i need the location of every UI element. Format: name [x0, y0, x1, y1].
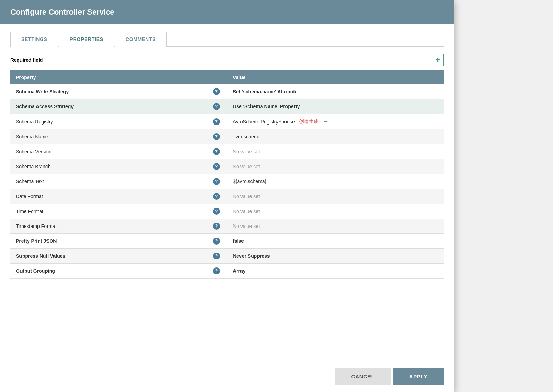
action-schema-version — [423, 144, 444, 159]
table-row[interactable]: Pretty Print JSON?false — [10, 234, 444, 249]
chinese-label: 创建生成 — [299, 119, 318, 125]
prop-name-schema-text: Schema Text — [10, 174, 206, 189]
action-schema-name — [423, 129, 444, 144]
action-schema-registry — [423, 114, 444, 129]
table-row[interactable]: Schema Access Strategy?Use 'Schema Name'… — [10, 99, 444, 114]
action-date-format — [423, 189, 444, 204]
help-schema-write-strategy: ? — [206, 84, 228, 99]
table-row[interactable]: Schema Registry?AvroSchemaRegistryYhouse… — [10, 114, 444, 129]
help-schema-text: ? — [206, 174, 228, 189]
properties-table: Property Value Schema Write Strategy?Set… — [10, 70, 444, 279]
table-row[interactable]: Date Format?No value set — [10, 189, 444, 204]
help-schema-registry: ? — [206, 114, 228, 129]
table-body: Schema Write Strategy?Set 'schema.name' … — [10, 84, 444, 279]
table-row[interactable]: Schema Write Strategy?Set 'schema.name' … — [10, 84, 444, 99]
dialog-body: SETTINGS PROPERTIES COMMENTS Required fi… — [0, 24, 454, 361]
prop-name-schema-access-strategy: Schema Access Strategy — [10, 99, 206, 114]
help-icon[interactable]: ? — [213, 88, 220, 95]
help-icon[interactable]: ? — [213, 103, 220, 110]
help-icon[interactable]: ? — [213, 208, 220, 215]
help-icon[interactable]: ? — [213, 178, 220, 185]
help-output-grouping: ? — [206, 264, 228, 279]
help-schema-branch: ? — [206, 159, 228, 174]
col-header-action — [423, 70, 444, 84]
help-suppress-null-values: ? — [206, 249, 228, 264]
action-pretty-print-json — [423, 234, 444, 249]
prop-name-schema-version: Schema Version — [10, 144, 206, 159]
table-row[interactable]: Timestamp Format?No value set — [10, 219, 444, 234]
cancel-button[interactable]: CANCEL — [335, 368, 391, 385]
help-date-format: ? — [206, 189, 228, 204]
help-icon[interactable]: ? — [213, 133, 220, 140]
prop-name-schema-registry: Schema Registry — [10, 114, 206, 129]
prop-value-schema-name[interactable]: avro.schema — [227, 129, 423, 144]
prop-name-pretty-print-json: Pretty Print JSON — [10, 234, 206, 249]
col-header-property: Property — [10, 70, 206, 84]
help-schema-access-strategy: ? — [206, 99, 228, 114]
prop-value-schema-write-strategy[interactable]: Set 'schema.name' Attribute — [227, 84, 423, 99]
table-row[interactable]: Schema Branch?No value set — [10, 159, 444, 174]
prop-value-suppress-null-values[interactable]: Never Suppress — [227, 249, 423, 264]
col-header-help — [206, 70, 228, 84]
help-icon[interactable]: ? — [213, 223, 220, 230]
prop-name-output-grouping: Output Grouping — [10, 264, 206, 279]
required-field-label: Required field — [10, 57, 43, 63]
prop-value-schema-text[interactable]: ${avro.schema} — [227, 174, 423, 189]
help-icon[interactable]: ? — [213, 163, 220, 170]
prop-name-schema-write-strategy: Schema Write Strategy — [10, 84, 206, 99]
help-icon[interactable]: ? — [213, 118, 220, 125]
add-property-button[interactable]: + — [432, 54, 444, 66]
help-icon[interactable]: ? — [213, 148, 220, 155]
tab-properties[interactable]: PROPERTIES — [59, 32, 114, 47]
table-row[interactable]: Output Grouping?Array — [10, 264, 444, 279]
help-icon[interactable]: ? — [213, 253, 220, 259]
prop-value-schema-registry[interactable]: AvroSchemaRegistryYhouse创建生成→ — [227, 114, 423, 129]
tab-bar: SETTINGS PROPERTIES COMMENTS — [10, 31, 444, 47]
action-schema-text — [423, 174, 444, 189]
action-timestamp-format — [423, 219, 444, 234]
prop-value-schema-access-strategy[interactable]: Use 'Schema Name' Property — [227, 99, 423, 114]
arrow-icon[interactable]: → — [323, 118, 329, 125]
tab-settings[interactable]: SETTINGS — [10, 32, 58, 47]
prop-name-time-format: Time Format — [10, 204, 206, 219]
prop-value-schema-branch[interactable]: No value set — [227, 159, 423, 174]
help-icon[interactable]: ? — [213, 238, 220, 245]
prop-value-time-format[interactable]: No value set — [227, 204, 423, 219]
prop-value-timestamp-format[interactable]: No value set — [227, 219, 423, 234]
apply-button[interactable]: APPLY — [393, 368, 444, 385]
action-suppress-null-values — [423, 249, 444, 264]
help-time-format: ? — [206, 204, 228, 219]
prop-value-date-format[interactable]: No value set — [227, 189, 423, 204]
prop-name-schema-name: Schema Name — [10, 129, 206, 144]
required-field-row: Required field + — [10, 54, 444, 66]
action-output-grouping — [423, 264, 444, 279]
prop-value-output-grouping[interactable]: Array — [227, 264, 423, 279]
configure-dialog: Configure Controller Service SETTINGS PR… — [0, 0, 454, 392]
table-row[interactable]: Suppress Null Values?Never Suppress — [10, 249, 444, 264]
prop-name-date-format: Date Format — [10, 189, 206, 204]
prop-value-pretty-print-json[interactable]: false — [227, 234, 423, 249]
col-header-value: Value — [227, 70, 423, 84]
help-pretty-print-json: ? — [206, 234, 228, 249]
dialog-footer: CANCEL APPLY — [0, 361, 454, 392]
help-schema-version: ? — [206, 144, 228, 159]
tab-comments[interactable]: COMMENTS — [115, 32, 167, 47]
help-icon[interactable]: ? — [213, 267, 220, 274]
table-row[interactable]: Schema Version?No value set — [10, 144, 444, 159]
prop-name-schema-branch: Schema Branch — [10, 159, 206, 174]
prop-name-timestamp-format: Timestamp Format — [10, 219, 206, 234]
prop-name-suppress-null-values: Suppress Null Values — [10, 249, 206, 264]
table-row[interactable]: Schema Name?avro.schema — [10, 129, 444, 144]
dialog-header: Configure Controller Service — [0, 0, 454, 24]
table-row[interactable]: Time Format?No value set — [10, 204, 444, 219]
table-header: Property Value — [10, 70, 444, 84]
table-row[interactable]: Schema Text?${avro.schema} — [10, 174, 444, 189]
help-timestamp-format: ? — [206, 219, 228, 234]
help-schema-name: ? — [206, 129, 228, 144]
action-schema-branch — [423, 159, 444, 174]
prop-value-schema-version[interactable]: No value set — [227, 144, 423, 159]
help-icon[interactable]: ? — [213, 193, 220, 200]
action-schema-access-strategy — [423, 99, 444, 114]
action-schema-write-strategy — [423, 84, 444, 99]
action-time-format — [423, 204, 444, 219]
